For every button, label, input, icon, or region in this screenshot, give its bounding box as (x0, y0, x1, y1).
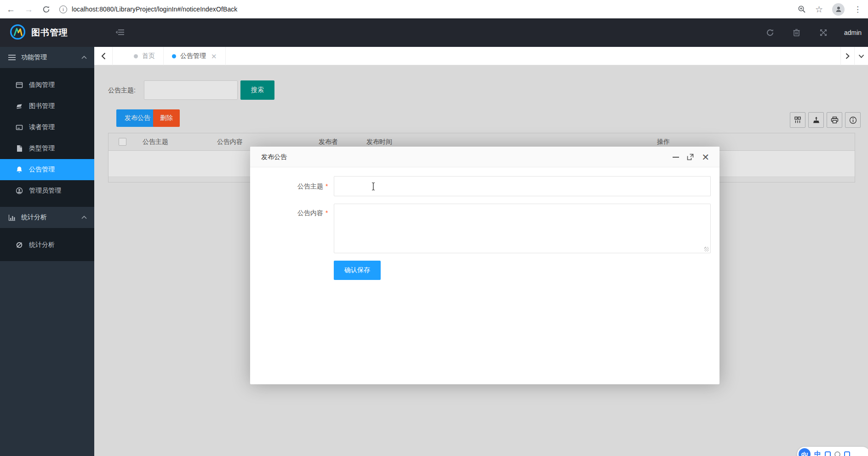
sidebar-item-label: 公告管理 (29, 165, 55, 174)
bell-icon (15, 166, 23, 173)
sidebar-section-stats[interactable]: 统计分析 (0, 207, 94, 228)
tab-list: 首页 公告管理 ✕ (126, 47, 226, 65)
browser-menu-icon[interactable]: ⋮ (854, 6, 862, 13)
ime-tool-icon[interactable] (825, 451, 831, 456)
zoom-icon[interactable] (798, 5, 806, 13)
text-cursor-icon (371, 182, 376, 193)
textarea-resize-handle[interactable] (704, 247, 709, 251)
app-title: 图书管理 (31, 27, 68, 39)
app-logo-icon (9, 23, 26, 42)
modal-title: 发布公告 (261, 147, 287, 167)
menu-icon (8, 54, 16, 61)
sidebar-collapse-icon[interactable] (115, 28, 125, 39)
subject-field-label: 公告主题* (297, 176, 328, 196)
tab-dot-icon (134, 54, 138, 58)
file-icon (15, 145, 23, 152)
sidebar-item-label: 读者管理 (29, 123, 55, 131)
sidebar-item-readers[interactable]: 读者管理 (0, 117, 94, 138)
required-asterisk: * (326, 209, 328, 217)
tab-close-icon[interactable]: ✕ (211, 53, 217, 60)
site-info-icon[interactable]: i (59, 6, 67, 13)
book-icon (15, 103, 23, 110)
sidebar-item-label: 类型管理 (29, 144, 55, 153)
tabbar: 首页 公告管理 ✕ (94, 47, 868, 65)
notice-content-textarea[interactable] (334, 204, 711, 253)
required-asterisk: * (326, 182, 328, 190)
ime-toolbar[interactable]: du 中 (797, 447, 868, 456)
browser-back-icon[interactable]: ← (6, 5, 15, 14)
confirm-save-button[interactable]: 确认保存 (334, 261, 381, 280)
app-header: 图书管理 admin (0, 18, 868, 47)
chevron-up-icon (81, 56, 87, 59)
sidebar-item-types[interactable]: 类型管理 (0, 138, 94, 159)
browser-forward-icon[interactable]: → (24, 5, 33, 14)
sidebar-item-borrow[interactable]: 借阅管理 (0, 74, 94, 96)
bar-chart-icon (8, 214, 16, 221)
close-icon[interactable]: ✕ (702, 153, 709, 162)
notice-page: 公告主题: 搜索 发布公告 删除 公告主题 公告内容 发布者 (94, 65, 868, 456)
tabs-scroll-right-icon[interactable] (840, 47, 854, 65)
content-field-label: 公告内容* (297, 209, 328, 217)
maximize-icon[interactable] (687, 154, 694, 160)
publish-notice-modal: 发布公告 ✕ 公告主题* 公告内容* 确认保 (250, 147, 720, 384)
sidebar-item-label: 借阅管理 (29, 81, 55, 89)
sidebar-item-statistics[interactable]: 统计分析 (0, 234, 94, 256)
sidebar-item-admins[interactable]: 管理员管理 (0, 180, 94, 201)
window-icon (15, 81, 23, 89)
sidebar-item-notices[interactable]: 公告管理 (0, 159, 94, 180)
minimize-icon[interactable] (673, 157, 679, 158)
ime-logo-icon[interactable]: du (799, 448, 811, 456)
refresh-icon[interactable] (766, 28, 774, 39)
notice-subject-input[interactable] (334, 176, 711, 196)
sidebar-section-function[interactable]: 功能管理 (0, 47, 94, 68)
tabs-scroll-left-icon[interactable] (94, 47, 113, 65)
tab-notice-management[interactable]: 公告管理 ✕ (164, 47, 226, 65)
browser-chrome: ← → i localhost:8080/LibraryProject/logi… (0, 0, 868, 18)
tab-home[interactable]: 首页 (126, 47, 164, 65)
tabs-menu-caret-icon[interactable] (854, 47, 868, 65)
sidebar-item-label: 管理员管理 (29, 187, 61, 195)
sidebar: 功能管理 借阅管理 图书管理 读者管理 (0, 47, 94, 456)
sidebar-item-label: 统计分析 (29, 241, 55, 249)
app-brand: 图书管理 (0, 18, 94, 47)
card-icon (15, 124, 23, 131)
sidebar-section-label: 统计分析 (21, 213, 47, 222)
chevron-up-icon (81, 216, 87, 219)
modal-header[interactable]: 发布公告 ✕ (250, 147, 720, 167)
sidebar-submenu-function: 借阅管理 图书管理 读者管理 类型管理 (0, 68, 94, 207)
sidebar-section-label: 功能管理 (21, 53, 47, 62)
screen: ← → i localhost:8080/LibraryProject/logi… (0, 0, 868, 456)
circle-slash-icon (15, 241, 23, 249)
tab-label: 首页 (142, 52, 155, 60)
address-bar[interactable]: localhost:8080/LibraryProject/loginIn#/n… (72, 6, 237, 13)
sidebar-submenu-stats: 统计分析 (0, 228, 94, 261)
user-circle-icon (15, 187, 23, 194)
sidebar-item-label: 图书管理 (29, 102, 55, 110)
current-user-menu[interactable]: admin (844, 18, 862, 47)
tab-label: 公告管理 (180, 52, 206, 60)
ime-mode-chinese[interactable]: 中 (814, 450, 821, 456)
clear-cache-trash-icon[interactable] (793, 28, 800, 39)
fullscreen-icon[interactable] (819, 28, 828, 39)
tab-dot-icon (172, 54, 176, 58)
ime-keyboard-icon[interactable] (844, 451, 850, 456)
sidebar-item-books[interactable]: 图书管理 (0, 96, 94, 117)
browser-profile-avatar[interactable] (832, 3, 845, 16)
browser-reload-icon[interactable] (42, 6, 50, 13)
ime-search-icon[interactable] (834, 451, 840, 456)
bookmark-star-icon[interactable]: ☆ (815, 5, 823, 14)
